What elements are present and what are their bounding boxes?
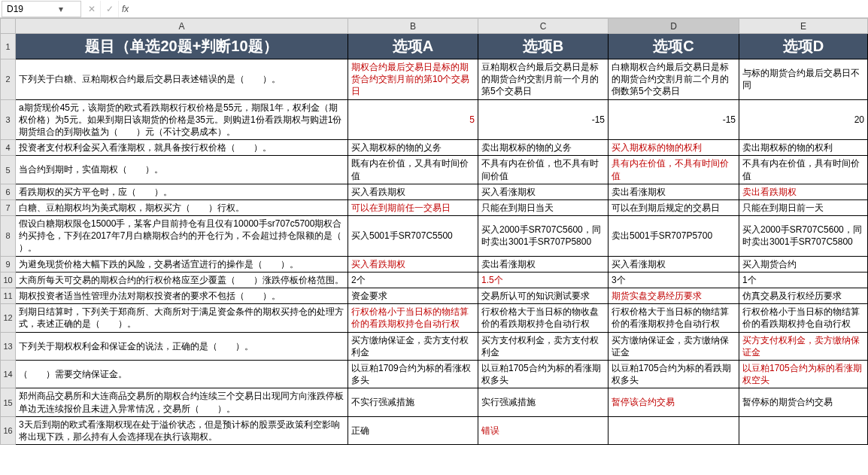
cell-c[interactable]: 不具有内在价值，也不具有时间价值 [478, 156, 609, 184]
cell-a[interactable]: 下列关于白糖、豆粕期权合约最后交易日表述错误的是（ ）。 [16, 59, 348, 100]
cell-d[interactable]: 买方缴纳保证金，卖方缴纳保证金 [609, 332, 739, 360]
cell-b[interactable]: 既有内在价值，又具有时间价值 [348, 156, 478, 184]
cell-d[interactable]: 3个 [609, 272, 739, 288]
cell-a[interactable]: 大商所每天可交易的期权合约的行权价格应至少覆盖（ ）涨跌停板价格范围。 [16, 272, 348, 288]
cell-e[interactable]: 买方支付权利金，卖方缴纳保证金 [739, 332, 868, 360]
cell-b[interactable]: 可以在到期前任一交易日 [348, 199, 478, 215]
row-head[interactable]: 12 [1, 304, 16, 332]
row-head[interactable]: 1 [1, 34, 16, 59]
cell-d[interactable]: 白糖期权合约最后交易日是标的期货合约交割月前二个月的倒数第5个交易日 [609, 59, 739, 100]
cell-c[interactable]: 豆粕期权合约最后交易日是标的期货合约交割月前一个月的第5个交易日 [478, 59, 609, 100]
row-head[interactable]: 14 [1, 360, 16, 388]
cell-c[interactable]: 买入2000手SR707C5600，同时卖出3001手SR707P5800 [478, 216, 609, 257]
row-head[interactable]: 5 [1, 156, 16, 184]
cell-a[interactable]: 白糖、豆粕期权均为美式期权，期权买方（ ）行权。 [16, 199, 348, 215]
col-head-d[interactable]: D [609, 19, 739, 34]
cell-b[interactable]: 买入期权标的物的义务 [348, 140, 478, 156]
cell-d[interactable]: 以豆粕1705合约为标的看跌期权多头 [609, 360, 739, 388]
cell-d[interactable]: 买入看涨期权 [609, 256, 739, 272]
cell-c[interactable]: 只能在到期日当天 [478, 199, 609, 215]
col-head-e[interactable]: E [739, 19, 868, 34]
cell-a[interactable]: a期货现价45元，该期货的欧式看跌期权行权价格是55元，期限1年，权利金（期权价… [16, 99, 348, 140]
col-head-a[interactable]: A [16, 19, 348, 34]
cell-b[interactable]: 买方缴纳保证金，卖方支付权利金 [348, 332, 478, 360]
cell-e[interactable]: 以豆粕1705合约为标的看涨期权空头 [739, 360, 868, 388]
cell-e[interactable] [739, 416, 868, 444]
hdr-a[interactable]: 题目（单选20题+判断10题） [16, 34, 348, 59]
cell-a[interactable]: 假设白糖期权限仓15000手，某客户目前持仓有且仅有10000手sr707c57… [16, 216, 348, 257]
row-head[interactable]: 15 [1, 388, 16, 416]
row-head[interactable]: 16 [1, 416, 16, 444]
cell-e[interactable]: 与标的期货合约最后交易日不同 [739, 59, 868, 100]
cell-b[interactable]: 行权价格小于当日标的物结算价的看跌期权持仓自动行权 [348, 304, 478, 332]
cell-e[interactable]: 卖出看跌期权 [739, 184, 868, 199]
cell-c[interactable]: 行权价格大于当日标的物收盘价的看跌期权持仓自动行权 [478, 304, 609, 332]
row-head[interactable]: 10 [1, 272, 16, 288]
row-head[interactable]: 9 [1, 256, 16, 272]
cell-d[interactable]: 卖出看涨期权 [609, 184, 739, 199]
row-head[interactable]: 3 [1, 99, 16, 140]
cell-d[interactable] [609, 416, 739, 444]
cell-b[interactable]: 买入看跌期权 [348, 256, 478, 272]
cell-c[interactable]: 买方支付权利金，卖方支付权利金 [478, 332, 609, 360]
name-box-dropdown-icon[interactable]: ▾ [41, 4, 80, 14]
cell-c[interactable]: 卖出看涨期权 [478, 256, 609, 272]
cell-d[interactable]: 暂停该合约交易 [609, 388, 739, 416]
cell-b[interactable]: 正确 [348, 416, 478, 444]
select-all-corner[interactable] [1, 19, 16, 34]
cell-d[interactable]: 行权价格大于当日标的物结算价的看涨期权持仓自动行权 [609, 304, 739, 332]
cell-d[interactable]: 可以在到期后规定的交易日 [609, 199, 739, 215]
cell-d[interactable]: 具有内在价值，不具有时间价值 [609, 156, 739, 184]
cell-d[interactable]: 买入期权标的物的权利 [609, 140, 739, 156]
cell-e[interactable]: 1个 [739, 272, 868, 288]
cell-b[interactable]: 买入5001手SR707C5500 [348, 216, 478, 257]
cell-b[interactable]: 资金要求 [348, 288, 478, 304]
row-head[interactable]: 11 [1, 288, 16, 304]
cell-a[interactable]: 看跌期权的买方平仓时，应（ ）。 [16, 184, 348, 199]
cell-e[interactable]: 20 [739, 99, 868, 140]
hdr-b[interactable]: 选项A [348, 34, 478, 59]
row-head[interactable]: 8 [1, 216, 16, 257]
cell-b[interactable]: 5 [348, 99, 478, 140]
cell-c[interactable]: 1.5个 [478, 272, 609, 288]
cell-b[interactable]: 不实行强减措施 [348, 388, 478, 416]
cell-d[interactable]: -15 [609, 99, 739, 140]
hdr-e[interactable]: 选项D [739, 34, 868, 59]
cell-a[interactable]: 下列关于期权权利金和保证金的说法，正确的是（ ）。 [16, 332, 348, 360]
hdr-d[interactable]: 选项C [609, 34, 739, 59]
cell-a[interactable]: 投资者支付权利金买入看涨期权，就具备按行权价格（ ）。 [16, 140, 348, 156]
cell-a[interactable]: （ ）需要交纳保证金。 [16, 360, 348, 388]
cell-e[interactable]: 行权价格小于当日标的物结算价的看跌期权持仓自动行权 [739, 304, 868, 332]
name-box[interactable]: D19 ▾ [2, 1, 81, 17]
formula-input[interactable] [129, 1, 868, 17]
cell-c[interactable]: 以豆粕1705合约为标的看涨期权多头 [478, 360, 609, 388]
cell-e[interactable]: 仿真交易及行权经历要求 [739, 288, 868, 304]
cell-b[interactable]: 以豆粕1709合约为标的看涨权多头 [348, 360, 478, 388]
cell-e[interactable]: 买入2000手SR707C5600，同时卖出3001手SR707C5800 [739, 216, 868, 257]
cell-e[interactable]: 卖出期权标的物的权利 [739, 140, 868, 156]
row-head[interactable]: 6 [1, 184, 16, 199]
row-head[interactable]: 13 [1, 332, 16, 360]
cell-c[interactable]: 错误 [478, 416, 609, 444]
cell-b[interactable]: 2个 [348, 272, 478, 288]
cell-a[interactable]: 郑州商品交易所和大连商品交易所的期权合约连续三个交易日出现同方向涨跌停板单边无连… [16, 388, 348, 416]
cell-b[interactable]: 期权合约最后交易日是标的期货合约交割月前的第10个交易日 [348, 59, 478, 100]
cell-a[interactable]: 到期日结算时，下列关于郑商所、大商所对于满足资金条件的期权买持仓的处理方式，表述… [16, 304, 348, 332]
fx-icon[interactable]: fx [122, 4, 129, 14]
row-head[interactable]: 2 [1, 59, 16, 100]
cell-b[interactable]: 买入看跌期权 [348, 184, 478, 199]
cell-c[interactable]: 买入看涨期权 [478, 184, 609, 199]
cell-a[interactable]: 当合约到期时，实值期权（ ）。 [16, 156, 348, 184]
cell-e[interactable]: 不具有内在价值，具有时间价值 [739, 156, 868, 184]
cell-a[interactable]: 3天后到期的欧式看涨期权现在处于溢价状态，但是预计标的股票受政策利空影响将出现下… [16, 416, 348, 444]
cell-a[interactable]: 期权投资者适当性管理办法对期权投资者的要求不包括（ ）。 [16, 288, 348, 304]
cell-c[interactable]: 实行强减措施 [478, 388, 609, 416]
cell-d[interactable]: 期货实盘交易经历要求 [609, 288, 739, 304]
cell-d[interactable]: 卖出5001手SR707P5700 [609, 216, 739, 257]
cell-e[interactable]: 只能在到期日前一天 [739, 199, 868, 215]
col-head-b[interactable]: B [348, 19, 478, 34]
worksheet-grid[interactable]: A B C D E 1 题目（单选20题+判断10题） 选项A 选项B 选项C … [0, 18, 868, 445]
row-head[interactable]: 7 [1, 199, 16, 215]
cell-c[interactable]: 交易所认可的知识测试要求 [478, 288, 609, 304]
cell-a[interactable]: 为避免现货价格大幅下跌的风险，交易者适宜进行的操作是（ ）。 [16, 256, 348, 272]
